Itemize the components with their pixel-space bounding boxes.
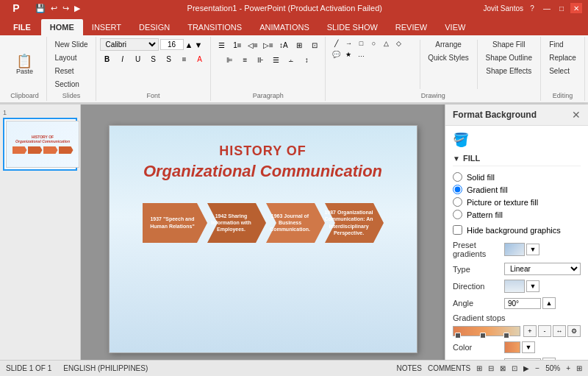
gradient-settings[interactable]: ⚙ [567,325,581,337]
justify-button[interactable]: ☰ [268,53,283,66]
view-presenter-icon[interactable]: ▶ [523,364,529,372]
section-button[interactable]: Section [51,78,82,91]
presentation-start-icon[interactable]: ▶ [73,3,82,14]
gradient-stop-3[interactable] [503,333,509,338]
remove-gradient-stop[interactable]: - [538,325,551,337]
new-slide-button[interactable]: New Slide [51,38,91,51]
replace-button[interactable]: Replace [545,52,580,64]
slide-canvas[interactable]: HISTORY OF Organizational Communication … [109,125,417,353]
line-spacing-button[interactable]: ↕ [299,53,314,66]
minimize-button[interactable]: — [541,3,553,13]
tab-slideshow[interactable]: SLIDE SHOW [318,19,387,35]
preset-gradient-dropdown[interactable]: ▼ [526,244,539,255]
callout-shape-btn[interactable]: 💬 [330,49,342,60]
arrow-item-4[interactable]: 1987 Organizational Communication: An In… [319,203,384,243]
tab-insert[interactable]: INSERT [83,19,130,35]
shape-effects-button[interactable]: Shape Effects [482,65,536,77]
maximize-button[interactable]: □ [556,3,567,13]
view-normal-icon[interactable]: ⊞ [476,364,482,372]
pattern-fill-option[interactable]: Pattern fill [453,210,581,219]
strikethrough-button[interactable]: S [146,52,161,65]
increase-indent-button[interactable]: ▷≡ [261,38,276,52]
align-text-button[interactable]: ⊞ [292,38,306,52]
shadow-button[interactable]: S [162,52,176,65]
oval-shape-btn[interactable]: ○ [368,38,379,49]
close-button[interactable]: ✕ [570,3,582,13]
gradient-fill-option[interactable]: Gradient fill [453,185,581,194]
tab-view[interactable]: VIEW [436,19,474,35]
star-shape-btn[interactable]: ★ [343,49,354,60]
gradient-stop-1[interactable] [455,333,461,338]
view-slidesorter-icon[interactable]: ⊠ [500,364,506,372]
decrease-font-icon[interactable]: ▼ [195,40,203,49]
shape-outline-button[interactable]: Shape Outline [482,52,536,64]
arrow-shape-btn[interactable]: → [343,38,354,49]
align-left-button[interactable]: ⊫ [222,53,237,66]
numbering-button[interactable]: 1≡ [230,38,245,52]
text-direction-button[interactable]: ↕A [276,38,291,52]
arrow-item-2[interactable]: 1942 Sharing Information with Employees. [201,203,266,243]
bullets-button[interactable]: ☰ [215,38,229,52]
picture-fill-radio[interactable] [453,197,462,207]
gradient-fill-radio[interactable] [453,185,462,194]
zoom-out-icon[interactable]: − [535,364,539,372]
tab-design[interactable]: DESIGN [130,19,179,35]
solid-fill-option[interactable]: Solid fill [453,172,581,182]
gradient-stop-2[interactable] [480,333,486,338]
tab-file[interactable]: FILE [3,19,41,35]
layout-button[interactable]: Layout [51,52,80,64]
type-select[interactable]: Linear Radial Rectangular Path [504,263,581,275]
slide-canvas-area[interactable]: HISTORY OF Organizational Communication … [81,104,445,373]
solid-fill-radio[interactable] [453,172,462,182]
save-icon[interactable]: 💾 [34,3,47,14]
select-button[interactable]: Select [545,65,573,77]
fit-slide-icon[interactable]: ⊞ [576,364,582,372]
arrow-item-3[interactable]: 1963 Journal of Business Communication. [260,203,325,243]
tab-animations[interactable]: ANIMATIONS [251,19,318,35]
reset-button[interactable]: Reset [51,65,77,77]
tab-review[interactable]: REVIEW [387,19,436,35]
comments-button[interactable]: COMMENTS [428,364,470,372]
angle-input[interactable] [504,298,541,309]
undo-icon[interactable]: ↩ [49,3,59,14]
panel-close-button[interactable]: ✕ [572,109,581,121]
tab-home[interactable]: HOME [41,19,83,35]
line-shape-btn[interactable]: ╱ [330,38,342,49]
quick-styles-button[interactable]: Quick Styles [424,52,473,64]
section-collapse-icon[interactable]: ▼ [453,155,460,163]
add-gradient-stop[interactable]: + [523,325,537,337]
underline-button[interactable]: U [131,52,146,65]
paste-button[interactable]: 📋 Paste [11,52,38,78]
rect-shape-btn[interactable]: □ [355,38,367,49]
notes-button[interactable]: NOTES [397,364,422,372]
tab-transitions[interactable]: TRANSITIONS [179,19,251,35]
bold-button[interactable]: B [100,52,115,65]
char-spacing-button[interactable]: ≡ [177,52,192,65]
color-dropdown[interactable]: ▼ [522,341,535,353]
find-button[interactable]: Find [545,38,567,51]
decrease-indent-button[interactable]: ◁≡ [245,38,260,52]
align-center-button[interactable]: ≡ [237,53,252,66]
columns-button[interactable]: ⫠ [284,53,298,66]
align-right-button[interactable]: ⊪ [253,53,268,66]
font-color-button[interactable]: A [193,52,207,65]
pattern-fill-radio[interactable] [453,210,462,219]
font-name-select[interactable]: Calibri [100,38,159,51]
font-size-input[interactable] [160,39,184,50]
arrange-button[interactable]: Arrange [424,38,473,51]
arrow-item-1[interactable]: 1937 "Speech and Human Relations" [143,203,207,243]
shape-fill-button[interactable]: Shape Fill [482,38,536,51]
more-shapes-btn[interactable]: … [355,49,367,60]
increase-font-icon[interactable]: ▲ [185,40,193,49]
view-reading-icon[interactable]: ⊡ [512,364,517,372]
zoom-in-icon[interactable]: + [566,364,570,372]
smartart-button[interactable]: ⊡ [307,38,322,52]
view-outline-icon[interactable]: ⊟ [488,364,494,372]
reverse-gradient[interactable]: ↔ [553,325,566,337]
redo-icon[interactable]: ↪ [61,3,71,14]
hide-bg-graphics-option[interactable]: Hide background graphics [453,225,581,235]
slide-thumbnail[interactable]: HISTORY OF Organizational Communication [3,118,77,171]
direction-dropdown[interactable]: ▼ [526,280,539,292]
hide-bg-graphics-checkbox[interactable] [453,225,462,235]
angle-increment[interactable]: ▲ [542,297,556,309]
